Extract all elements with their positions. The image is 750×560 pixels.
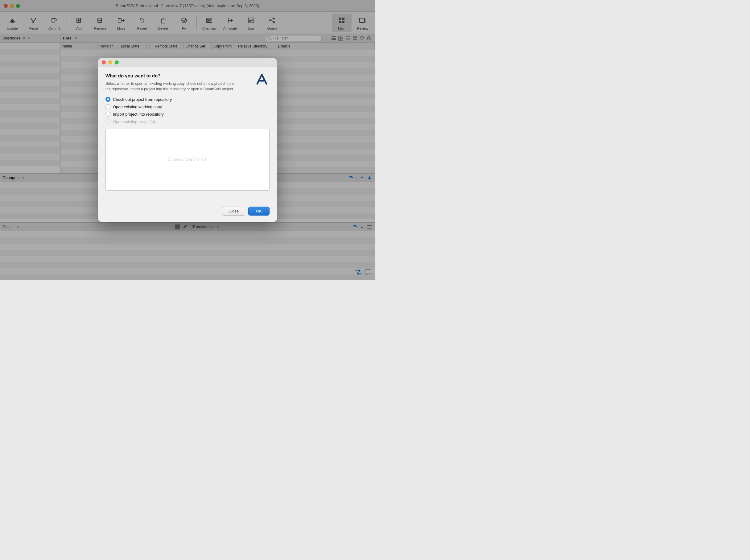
projects-watermark: © www.MacZ.com (167, 157, 207, 162)
modal-overlay: What do you want to do? Select whether t… (0, 0, 375, 280)
modal-body: What do you want to do? Select whether t… (98, 67, 277, 203)
modal-dialog: What do you want to do? Select whether t… (98, 58, 277, 222)
option-checkout[interactable]: Check out project from repository (105, 97, 269, 102)
option-open-label: Open existing working copy (113, 104, 162, 109)
option-open-projects: Open existing project(s): (105, 119, 269, 124)
option-open-projects-label: Open existing project(s): (113, 119, 156, 124)
modal-description: Select whether to open an existing worki… (105, 81, 238, 92)
modal-maximize-traffic-button[interactable] (115, 60, 119, 64)
projects-box: © www.MacZ.com (105, 129, 269, 191)
modal-minimize-traffic-button[interactable] (108, 60, 112, 64)
modal-logo (254, 73, 269, 85)
option-open[interactable]: Open existing working copy (105, 104, 269, 109)
modal-title-bar (98, 58, 277, 67)
modal-text-group: What do you want to do? Select whether t… (105, 73, 238, 92)
modal-heading: What do you want to do? (105, 73, 238, 78)
radio-checkout[interactable] (105, 97, 110, 102)
modal-close-button[interactable]: Close (222, 206, 245, 216)
modal-top-row: What do you want to do? Select whether t… (105, 73, 269, 92)
radio-open-projects[interactable] (105, 119, 110, 124)
option-import-label: Import project into repository (113, 112, 164, 117)
modal-footer: Close OK (98, 203, 277, 222)
option-checkout-label: Check out project from repository (113, 97, 172, 102)
modal-close-traffic-button[interactable] (102, 60, 106, 64)
radio-import[interactable] (105, 112, 110, 117)
modal-options: Check out project from repository Open e… (105, 97, 269, 124)
radio-open[interactable] (105, 104, 110, 109)
option-import[interactable]: Import project into repository (105, 112, 269, 117)
modal-ok-button[interactable]: OK (248, 206, 269, 216)
